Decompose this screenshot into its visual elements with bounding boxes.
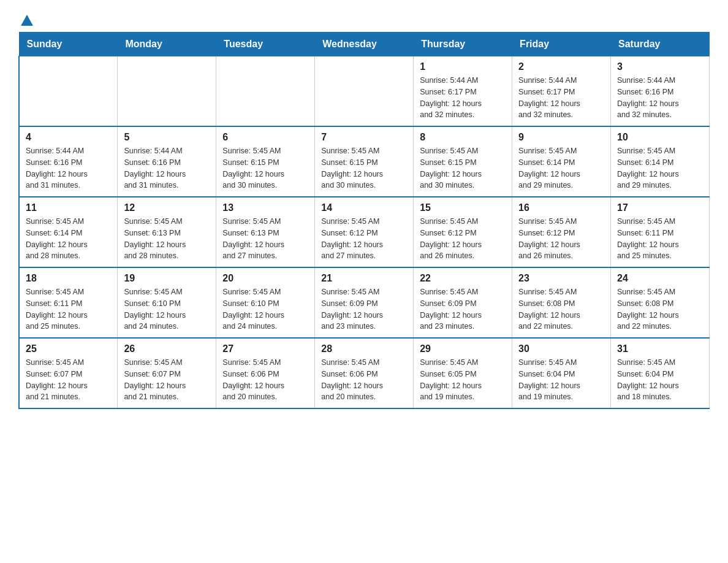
day-cell: 12Sunrise: 5:45 AMSunset: 6:13 PMDayligh…	[118, 197, 216, 267]
day-info: Sunrise: 5:45 AMSunset: 6:12 PMDaylight:…	[321, 216, 407, 262]
day-cell: 27Sunrise: 5:45 AMSunset: 6:06 PMDayligh…	[216, 338, 315, 408]
day-cell: 29Sunrise: 5:45 AMSunset: 6:05 PMDayligh…	[414, 338, 512, 408]
day-number: 28	[321, 343, 407, 354]
day-number: 9	[518, 132, 604, 143]
day-cell: 22Sunrise: 5:45 AMSunset: 6:09 PMDayligh…	[414, 267, 512, 338]
calendar-table: SundayMondayTuesdayWednesdayThursdayFrid…	[18, 32, 710, 409]
day-cell	[19, 56, 118, 127]
day-cell: 5Sunrise: 5:44 AMSunset: 6:16 PMDaylight…	[118, 126, 216, 197]
day-number: 20	[222, 273, 308, 284]
day-info: Sunrise: 5:45 AMSunset: 6:09 PMDaylight:…	[321, 286, 407, 332]
day-info: Sunrise: 5:45 AMSunset: 6:12 PMDaylight:…	[420, 216, 506, 262]
calendar-body: 1Sunrise: 5:44 AMSunset: 6:17 PMDaylight…	[19, 56, 710, 409]
day-cell: 11Sunrise: 5:45 AMSunset: 6:14 PMDayligh…	[19, 197, 118, 267]
calendar-header: SundayMondayTuesdayWednesdayThursdayFrid…	[19, 33, 710, 56]
week-row-1: 1Sunrise: 5:44 AMSunset: 6:17 PMDaylight…	[19, 56, 710, 127]
day-info: Sunrise: 5:45 AMSunset: 6:04 PMDaylight:…	[617, 357, 703, 403]
day-number: 4	[26, 132, 111, 143]
day-info: Sunrise: 5:45 AMSunset: 6:13 PMDaylight:…	[222, 216, 308, 262]
day-cell: 9Sunrise: 5:45 AMSunset: 6:14 PMDaylight…	[512, 126, 611, 197]
day-cell	[118, 56, 216, 127]
day-info: Sunrise: 5:44 AMSunset: 6:16 PMDaylight:…	[617, 75, 703, 121]
week-row-2: 4Sunrise: 5:44 AMSunset: 6:16 PMDaylight…	[19, 126, 710, 197]
day-number: 16	[518, 202, 604, 213]
day-info: Sunrise: 5:44 AMSunset: 6:17 PMDaylight:…	[518, 75, 604, 121]
day-info: Sunrise: 5:45 AMSunset: 6:08 PMDaylight:…	[617, 286, 703, 332]
header-friday: Friday	[512, 33, 611, 56]
day-number: 18	[26, 273, 111, 284]
day-number: 11	[26, 202, 111, 213]
day-info: Sunrise: 5:45 AMSunset: 6:15 PMDaylight:…	[321, 145, 407, 191]
day-number: 5	[124, 132, 210, 143]
day-number: 22	[420, 273, 506, 284]
day-info: Sunrise: 5:45 AMSunset: 6:06 PMDaylight:…	[321, 357, 407, 403]
day-cell: 16Sunrise: 5:45 AMSunset: 6:12 PMDayligh…	[512, 197, 611, 267]
day-info: Sunrise: 5:45 AMSunset: 6:04 PMDaylight:…	[518, 357, 604, 403]
day-cell: 1Sunrise: 5:44 AMSunset: 6:17 PMDaylight…	[414, 56, 512, 127]
page-header	[18, 12, 710, 26]
day-info: Sunrise: 5:44 AMSunset: 6:17 PMDaylight:…	[420, 75, 506, 121]
header-monday: Monday	[118, 33, 216, 56]
day-cell: 2Sunrise: 5:44 AMSunset: 6:17 PMDaylight…	[512, 56, 611, 127]
day-info: Sunrise: 5:45 AMSunset: 6:14 PMDaylight:…	[26, 216, 111, 262]
day-number: 25	[26, 343, 111, 354]
day-cell: 23Sunrise: 5:45 AMSunset: 6:08 PMDayligh…	[512, 267, 611, 338]
day-number: 2	[518, 61, 604, 72]
calendar-header-row: SundayMondayTuesdayWednesdayThursdayFrid…	[19, 33, 710, 56]
day-cell: 30Sunrise: 5:45 AMSunset: 6:04 PMDayligh…	[512, 338, 611, 408]
week-row-4: 18Sunrise: 5:45 AMSunset: 6:11 PMDayligh…	[19, 267, 710, 338]
day-info: Sunrise: 5:44 AMSunset: 6:16 PMDaylight:…	[124, 145, 210, 191]
day-info: Sunrise: 5:45 AMSunset: 6:09 PMDaylight:…	[420, 286, 506, 332]
header-tuesday: Tuesday	[216, 33, 315, 56]
day-info: Sunrise: 5:45 AMSunset: 6:11 PMDaylight:…	[26, 286, 111, 332]
day-info: Sunrise: 5:45 AMSunset: 6:07 PMDaylight:…	[124, 357, 210, 403]
day-cell	[216, 56, 315, 127]
day-cell: 24Sunrise: 5:45 AMSunset: 6:08 PMDayligh…	[611, 267, 710, 338]
header-saturday: Saturday	[611, 33, 710, 56]
day-number: 15	[420, 202, 506, 213]
day-number: 6	[222, 132, 308, 143]
day-number: 27	[222, 343, 308, 354]
day-cell: 15Sunrise: 5:45 AMSunset: 6:12 PMDayligh…	[414, 197, 512, 267]
day-info: Sunrise: 5:45 AMSunset: 6:10 PMDaylight:…	[222, 286, 308, 332]
day-cell: 4Sunrise: 5:44 AMSunset: 6:16 PMDaylight…	[19, 126, 118, 197]
day-number: 21	[321, 273, 407, 284]
header-sunday: Sunday	[19, 33, 118, 56]
day-number: 17	[617, 202, 703, 213]
day-number: 14	[321, 202, 407, 213]
day-cell: 26Sunrise: 5:45 AMSunset: 6:07 PMDayligh…	[118, 338, 216, 408]
day-cell: 7Sunrise: 5:45 AMSunset: 6:15 PMDaylight…	[315, 126, 414, 197]
day-number: 10	[617, 132, 703, 143]
day-cell: 28Sunrise: 5:45 AMSunset: 6:06 PMDayligh…	[315, 338, 414, 408]
logo	[18, 12, 36, 26]
day-number: 26	[124, 343, 210, 354]
day-number: 8	[420, 132, 506, 143]
day-cell: 20Sunrise: 5:45 AMSunset: 6:10 PMDayligh…	[216, 267, 315, 338]
header-thursday: Thursday	[414, 33, 512, 56]
day-cell: 10Sunrise: 5:45 AMSunset: 6:14 PMDayligh…	[611, 126, 710, 197]
day-cell: 21Sunrise: 5:45 AMSunset: 6:09 PMDayligh…	[315, 267, 414, 338]
header-wednesday: Wednesday	[315, 33, 414, 56]
day-number: 3	[617, 61, 703, 72]
day-number: 24	[617, 273, 703, 284]
day-cell: 17Sunrise: 5:45 AMSunset: 6:11 PMDayligh…	[611, 197, 710, 267]
day-cell: 13Sunrise: 5:45 AMSunset: 6:13 PMDayligh…	[216, 197, 315, 267]
day-cell: 18Sunrise: 5:45 AMSunset: 6:11 PMDayligh…	[19, 267, 118, 338]
week-row-3: 11Sunrise: 5:45 AMSunset: 6:14 PMDayligh…	[19, 197, 710, 267]
day-cell: 31Sunrise: 5:45 AMSunset: 6:04 PMDayligh…	[611, 338, 710, 408]
day-info: Sunrise: 5:45 AMSunset: 6:05 PMDaylight:…	[420, 357, 506, 403]
logo-triangle-icon	[21, 15, 33, 26]
week-row-5: 25Sunrise: 5:45 AMSunset: 6:07 PMDayligh…	[19, 338, 710, 408]
day-number: 29	[420, 343, 506, 354]
day-info: Sunrise: 5:45 AMSunset: 6:12 PMDaylight:…	[518, 216, 604, 262]
day-cell: 3Sunrise: 5:44 AMSunset: 6:16 PMDaylight…	[611, 56, 710, 127]
day-number: 7	[321, 132, 407, 143]
day-cell	[315, 56, 414, 127]
day-cell: 25Sunrise: 5:45 AMSunset: 6:07 PMDayligh…	[19, 338, 118, 408]
day-number: 31	[617, 343, 703, 354]
day-number: 19	[124, 273, 210, 284]
day-info: Sunrise: 5:45 AMSunset: 6:14 PMDaylight:…	[518, 145, 604, 191]
day-number: 1	[420, 61, 506, 72]
day-info: Sunrise: 5:45 AMSunset: 6:14 PMDaylight:…	[617, 145, 703, 191]
day-number: 30	[518, 343, 604, 354]
